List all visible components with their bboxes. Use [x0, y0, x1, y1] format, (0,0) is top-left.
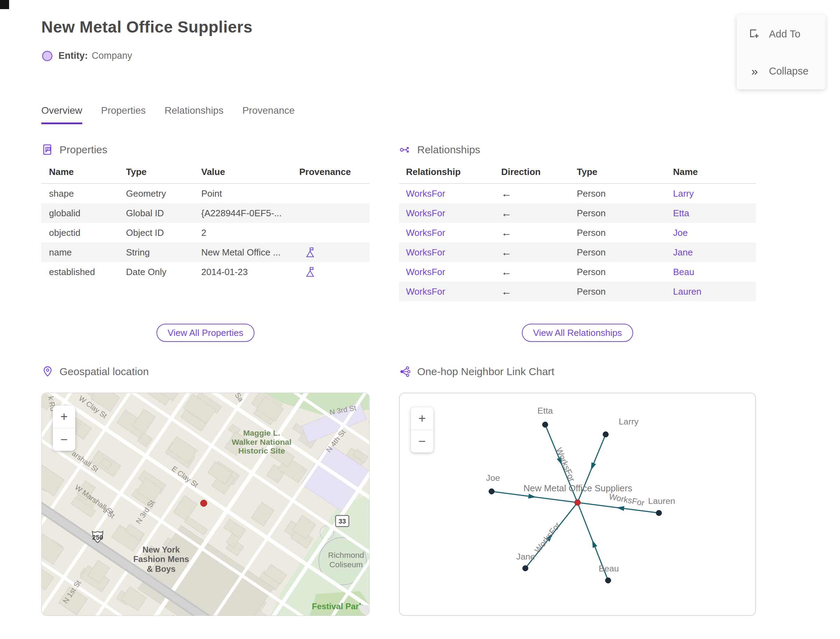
entity-value: Company — [92, 50, 132, 61]
relationship-type: Person — [570, 208, 666, 219]
entity-type-icon — [42, 51, 52, 61]
tab-overview[interactable]: Overview — [41, 105, 82, 124]
relationship-link[interactable]: WorksFor — [406, 286, 445, 297]
relationships-icon — [399, 143, 412, 156]
entity-name-link[interactable]: Jane — [673, 247, 693, 258]
map-zoom-out-button[interactable]: − — [53, 428, 75, 451]
chart-node-label: Lauren — [648, 496, 675, 505]
chart-node-etta[interactable] — [542, 422, 548, 427]
direction-arrow: ← — [494, 188, 570, 199]
view-all-properties-button[interactable]: View All Properties — [156, 324, 255, 342]
map-canvas[interactable]: 25033k RdW Clay StSaarshall StW Marshall… — [41, 393, 369, 615]
property-row: objectid Object ID 2 — [41, 223, 370, 243]
entity-name-link[interactable]: Etta — [673, 208, 689, 218]
property-value: 2 — [194, 227, 291, 238]
property-name: objectid — [41, 227, 118, 238]
property-row: shape Geometry Point — [41, 184, 370, 203]
property-type: Global ID — [118, 208, 194, 219]
properties-title: Properties — [59, 144, 107, 156]
property-row: name String New Metal Office ... — [41, 243, 370, 262]
linkchart-panel: + − WorksForWorksForWorksForNew Metal Of… — [399, 393, 756, 616]
relationship-row: WorksFor ← Person Beau — [399, 262, 756, 282]
relationship-type: Person — [570, 188, 666, 199]
tab-bar: Overview Properties Relationships Proven… — [41, 105, 295, 124]
linkchart-canvas[interactable]: WorksForWorksForWorksForNew Metal Office… — [400, 393, 755, 615]
direction-arrow: ← — [494, 207, 570, 219]
linkchart-title: One-hop Neighbor Link Chart — [417, 366, 554, 378]
property-type: String — [118, 247, 194, 258]
relationships-title: Relationships — [417, 144, 480, 156]
geospatial-section-header: Geospatial location — [41, 365, 149, 378]
collapse-label: Collapse — [769, 65, 808, 77]
chart-node-lauren[interactable] — [656, 510, 662, 516]
chart-zoom-control: + − — [411, 407, 433, 453]
properties-section: Properties Name Type Value Provenance sh… — [41, 143, 370, 342]
chart-node-label: Jane — [516, 552, 535, 561]
area-label: Festival Park — [312, 602, 364, 611]
relationship-link[interactable]: WorksFor — [406, 188, 445, 199]
chart-node-beau[interactable] — [605, 578, 611, 583]
collapse-button[interactable]: » Collapse — [737, 62, 825, 80]
property-row: established Date Only 2014-01-23 — [41, 262, 370, 282]
chart-node-label: Larry — [619, 417, 639, 426]
collapse-icon: » — [749, 65, 760, 77]
area-label: & Boys — [146, 564, 175, 574]
route-shield-33: 33 — [336, 515, 349, 527]
svg-text:33: 33 — [339, 518, 346, 525]
relationships-section: Relationships Relationship Direction Typ… — [399, 143, 756, 342]
chart-edge-arrow — [616, 506, 624, 511]
properties-icon — [41, 143, 54, 156]
area-label: Walker National — [232, 437, 291, 447]
entity-name-link[interactable]: Lauren — [673, 286, 702, 297]
map-zoom-control: + − — [53, 405, 75, 451]
relationships-table-header: Relationship Direction Type Name — [399, 167, 756, 184]
chart-node-joe[interactable] — [489, 488, 495, 494]
chart-node-jane[interactable] — [523, 566, 528, 571]
provenance-flag-icon[interactable] — [305, 266, 315, 278]
view-all-relationships-button[interactable]: View All Relationships — [522, 324, 633, 342]
chart-zoom-in-button[interactable]: + — [411, 407, 433, 430]
page-title: New Metal Office Suppliers — [41, 17, 252, 37]
chart-edge-arrow — [591, 462, 596, 471]
entity-label: Entity: — [59, 50, 88, 61]
direction-arrow: ← — [494, 246, 570, 258]
properties-table-header: Name Type Value Provenance — [41, 167, 370, 184]
chart-center-label: New Metal Office Suppliers — [523, 483, 632, 493]
relationship-row: WorksFor ← Person Etta — [399, 203, 756, 223]
direction-arrow: ← — [494, 286, 570, 297]
relationship-row: WorksFor ← Person Larry — [399, 184, 756, 203]
direction-arrow: ← — [494, 227, 570, 238]
entity-name-link[interactable]: Joe — [673, 227, 688, 238]
linkchart-section-header: One-hop Neighbor Link Chart — [399, 365, 554, 378]
relationship-link[interactable]: WorksFor — [406, 227, 445, 238]
map-location-marker — [200, 500, 207, 507]
chart-node-label: Beau — [598, 564, 619, 573]
relationship-row: WorksFor ← Person Lauren — [399, 282, 756, 301]
relationship-row: WorksFor ← Person Jane — [399, 243, 756, 262]
tab-relationships[interactable]: Relationships — [164, 105, 223, 124]
chart-node-label: Etta — [537, 406, 553, 415]
property-name: shape — [41, 188, 118, 199]
entity-name-link[interactable]: Larry — [673, 188, 694, 199]
provenance-flag-icon[interactable] — [305, 247, 315, 258]
relationship-type: Person — [570, 247, 666, 258]
chart-zoom-out-button[interactable]: − — [411, 430, 433, 453]
tab-provenance[interactable]: Provenance — [242, 105, 294, 124]
chart-edge-label: WorksFor — [533, 520, 562, 555]
tab-properties[interactable]: Properties — [101, 105, 146, 124]
relationships-table-body: WorksFor ← Person LarryWorksFor ← Person… — [399, 184, 756, 301]
relationship-link[interactable]: WorksFor — [406, 247, 445, 258]
add-to-button[interactable]: Add To — [737, 25, 825, 43]
property-provenance — [291, 247, 370, 258]
relationship-type: Person — [570, 286, 666, 297]
property-value: New Metal Office ... — [194, 247, 291, 258]
chart-center-node[interactable] — [575, 500, 581, 505]
map-zoom-in-button[interactable]: + — [53, 405, 75, 428]
entity-name-link[interactable]: Beau — [673, 267, 694, 277]
relationship-link[interactable]: WorksFor — [406, 208, 445, 218]
property-name: globalid — [41, 208, 118, 219]
relationship-link[interactable]: WorksFor — [406, 267, 445, 277]
chart-edge-label: WorksFor — [608, 492, 645, 508]
area-label: Maggie L. — [243, 428, 280, 437]
chart-node-larry[interactable] — [603, 431, 609, 437]
